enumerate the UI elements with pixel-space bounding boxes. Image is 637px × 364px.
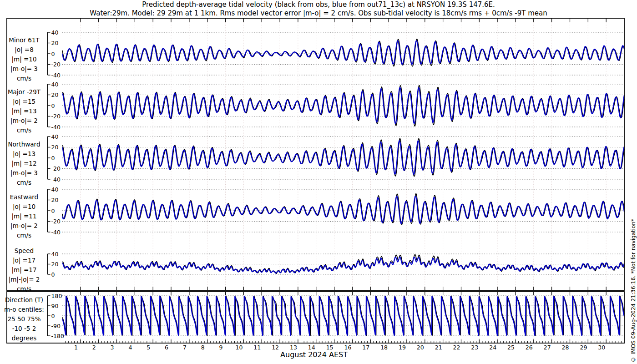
label-line: 25 50 75%: [1, 314, 47, 324]
axes-frame: [7, 18, 624, 343]
svg-text:-90: -90: [51, 323, 61, 329]
svg-text:9: 9: [219, 344, 223, 351]
obs-line: [62, 86, 624, 126]
svg-text:14: 14: [308, 344, 315, 351]
label-line: degrees: [1, 334, 47, 343]
label-line: cm/s: [1, 284, 47, 294]
svg-text:4: 4: [128, 344, 132, 351]
svg-text:-20: -20: [51, 165, 61, 172]
label-line: cm/s: [1, 126, 47, 135]
svg-text:0: 0: [51, 51, 55, 57]
svg-text:10: 10: [235, 344, 243, 351]
svg-text:20: 20: [51, 261, 59, 268]
label-line: |m-o|= 3: [1, 168, 47, 178]
svg-text:28: 28: [562, 344, 569, 351]
label-line: Minor 61T: [1, 35, 47, 45]
svg-text:3: 3: [111, 344, 114, 351]
label-line: Northward: [1, 140, 47, 149]
model-line: [62, 40, 624, 64]
x-axis-label: August 2024 AEST: [0, 350, 628, 359]
svg-text:27: 27: [544, 344, 551, 351]
label-line: |m| =17: [1, 265, 47, 275]
label-line: cm/s: [1, 178, 47, 187]
svg-text:1: 1: [74, 344, 78, 351]
svg-text:-20: -20: [51, 113, 61, 120]
label-line: |m| =11: [1, 212, 47, 221]
label-line: |o| =17: [1, 256, 47, 265]
label-line: |m|-|o|= 2: [1, 275, 47, 284]
panel-series-northward: [62, 138, 624, 176]
svg-text:40: 40: [51, 251, 59, 258]
svg-text:90: 90: [51, 303, 59, 309]
obs-line: [62, 194, 624, 225]
svg-text:20: 20: [51, 144, 59, 151]
svg-text:12: 12: [272, 344, 279, 351]
panel-label-speed: Speed |o| =17 |m| =17 |m|-|o|= 2 cm/s: [1, 246, 47, 294]
plot-canvas: 40200-20-4040200-20-4040200-20-4040200-2…: [0, 0, 637, 364]
svg-text:5: 5: [147, 344, 150, 351]
obs-line: [62, 138, 624, 176]
svg-text:0: 0: [51, 313, 55, 319]
svg-text:2: 2: [92, 344, 96, 351]
svg-text:18: 18: [380, 344, 388, 351]
svg-text:26: 26: [526, 344, 533, 351]
svg-text:11: 11: [253, 344, 261, 351]
svg-text:40: 40: [51, 29, 59, 36]
label-line: cm/s: [1, 74, 47, 83]
panel-label-northward: Northward |o| =13 |m| =12 |m-o|= 3 cm/s: [1, 140, 47, 187]
label-line: cm/s: [1, 231, 47, 240]
svg-text:40: 40: [51, 133, 59, 140]
svg-text:180: 180: [51, 293, 62, 299]
svg-text:40: 40: [51, 186, 59, 193]
svg-text:15: 15: [326, 344, 334, 351]
svg-text:-180: -180: [51, 333, 64, 339]
label-line: -10 -5 2: [1, 324, 47, 334]
axis-ticks: [66, 18, 622, 343]
label-line: |m| =13: [1, 106, 47, 116]
svg-text:-40: -40: [51, 124, 61, 131]
svg-text:-40: -40: [51, 229, 61, 236]
label-line: |o| =8: [1, 45, 47, 55]
svg-text:29: 29: [580, 344, 587, 351]
label-line: |o| =10: [1, 202, 47, 212]
panel-series-eastward: [62, 194, 624, 225]
svg-text:7: 7: [183, 344, 187, 351]
panel-series-direction: [62, 296, 624, 336]
svg-text:25: 25: [507, 344, 515, 351]
label-line: |m-o|= 2: [1, 116, 47, 126]
label-line: |m-o|= 2: [1, 221, 47, 231]
label-line: |o| =15: [1, 97, 47, 106]
svg-text:20: 20: [417, 344, 424, 351]
panel-series-major: [62, 86, 624, 126]
svg-text:0: 0: [51, 155, 55, 162]
label-line: |m| =12: [1, 159, 47, 168]
svg-text:0: 0: [51, 271, 55, 278]
svg-text:-20: -20: [51, 218, 61, 225]
svg-text:20: 20: [51, 91, 59, 98]
svg-text:6: 6: [165, 344, 168, 351]
gridlines: [62, 19, 624, 343]
svg-text:0: 0: [51, 102, 55, 109]
label-line: |o| =13: [1, 149, 47, 159]
panel-label-direction: Direction (T) m-o centiles: 25 50 75% -1…: [1, 295, 47, 343]
svg-text:20: 20: [51, 197, 59, 203]
svg-text:8: 8: [201, 344, 205, 351]
svg-text:20: 20: [51, 40, 59, 46]
svg-text:16: 16: [344, 344, 352, 351]
svg-text:24: 24: [489, 344, 496, 351]
label-line: Direction (T): [1, 295, 47, 305]
svg-text:0: 0: [51, 207, 55, 214]
watermark: © IMOS 09-Aug-2024 21:36:16. *Not for na…: [630, 174, 637, 363]
svg-text:13: 13: [290, 344, 297, 351]
svg-text:30: 30: [598, 344, 605, 351]
label-line: Eastward: [1, 192, 47, 202]
svg-text:17: 17: [362, 344, 369, 351]
svg-text:21: 21: [435, 344, 442, 351]
panel-label-minor: Minor 61T |o| =8 |m| =10 |m-o|= 3 cm/s: [1, 35, 47, 83]
svg-text:19: 19: [399, 344, 406, 351]
svg-text:22: 22: [453, 344, 460, 351]
label-line: Speed: [1, 246, 47, 256]
tidal-velocity-figure: Predicted depth-average tidal velocity (…: [0, 0, 637, 364]
svg-text:23: 23: [471, 344, 478, 351]
svg-text:-40: -40: [51, 72, 61, 79]
